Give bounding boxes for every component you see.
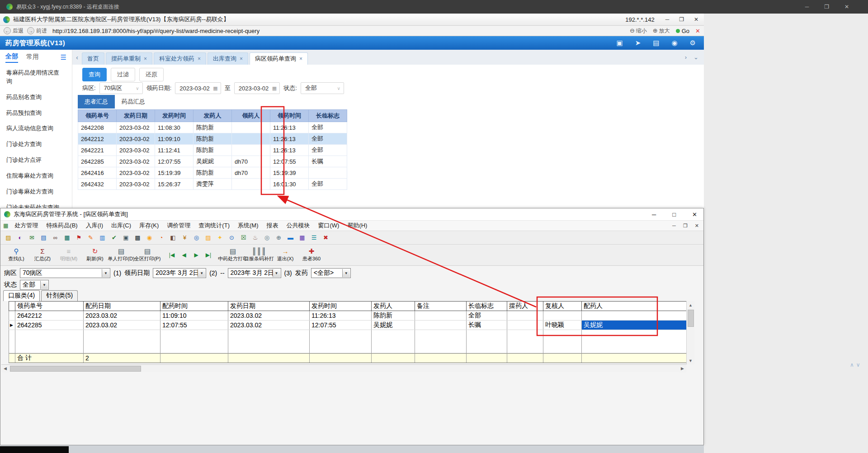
card-icon[interactable]: ▬: [285, 233, 296, 242]
grid-row[interactable]: 26422122023.03.0211:09:102023.03.0211:26…: [9, 311, 687, 321]
table-cell[interactable]: 2642212: [78, 133, 117, 145]
open-folder-icon[interactable]: ▨: [3, 233, 14, 242]
launch-icon[interactable]: ➤: [635, 39, 641, 47]
grid-cell[interactable]: 12:07:55: [160, 321, 228, 330]
table-cell[interactable]: 2642285: [78, 156, 117, 167]
table-row[interactable]: 26424322023-03-0215:26:37龚雯萍16:01:30全部: [78, 179, 347, 190]
table-cell[interactable]: 吴妮妮: [193, 156, 232, 167]
rdp-minimize-button[interactable]: ─: [805, 4, 809, 10]
table-row[interactable]: 26422212023-03-0211:12:41陈韵新11:26:13全部: [78, 145, 347, 156]
table-row[interactable]: 26424162023-03-0215:19:39陈韵新dh7015:19:39: [78, 167, 347, 179]
tab-close-icon[interactable]: ×: [198, 56, 201, 62]
refresh-button[interactable]: ↻刷新(R): [82, 245, 108, 265]
category-tab[interactable]: 口服类(4): [3, 290, 40, 301]
tab-scroll-right-icon[interactable]: ›: [685, 54, 687, 61]
report-icon[interactable]: ▥: [97, 233, 108, 242]
dropdown-icon[interactable]: ▼: [40, 281, 48, 289]
table-cell[interactable]: 2642208: [78, 122, 117, 133]
table-cell[interactable]: 15:19:39: [155, 167, 193, 179]
grid-cell[interactable]: 2023.03.02: [228, 311, 310, 321]
grid-cell[interactable]: 陈韵新: [372, 311, 415, 321]
page-tab[interactable]: 病区领药单查询×: [250, 52, 308, 65]
menu-item[interactable]: 调价管理: [163, 222, 194, 230]
rdp-restore-button[interactable]: ❐: [824, 4, 829, 10]
table-cell[interactable]: 陈韵新: [193, 145, 232, 156]
table-cell[interactable]: dh70: [232, 167, 270, 179]
sidebar-item[interactable]: 药品别名查询: [0, 90, 72, 105]
zoom-in-icon[interactable]: ⊕: [653, 27, 658, 34]
tab-close-icon[interactable]: ×: [299, 56, 302, 62]
tcm-print-button[interactable]: ▤中药处方打印: [220, 245, 246, 265]
grid-cell[interactable]: 2642212: [15, 311, 84, 321]
table-cell[interactable]: 龚雯萍: [193, 179, 232, 190]
table-row[interactable]: 26422082023-03-0211:08:30陈韵新11:26:13全部: [78, 122, 347, 133]
summary-button[interactable]: Σ汇总(Z): [29, 245, 56, 265]
table-cell[interactable]: 全部: [309, 145, 347, 156]
table-cell[interactable]: 12:07:55: [270, 156, 309, 167]
find-button[interactable]: ⚲查找(L): [3, 245, 29, 265]
dispense-combo[interactable]: <全部>▼: [311, 268, 351, 278]
vertical-scrollbar[interactable]: ▲ ▼: [686, 301, 694, 364]
exit-button[interactable]: →退出(X): [272, 245, 298, 265]
menu-item[interactable]: 系统(M): [234, 222, 263, 230]
table-cell[interactable]: 2642221: [78, 145, 117, 156]
menu-item[interactable]: 帮助(H): [343, 222, 371, 230]
go-button[interactable]: Go: [682, 28, 689, 34]
ledger-icon[interactable]: ▦: [62, 233, 72, 242]
table-cell[interactable]: 2023-03-02: [117, 133, 155, 145]
grid-cell[interactable]: 11:09:10: [160, 311, 228, 321]
search-icon[interactable]: ⊙: [226, 233, 237, 242]
child-restore-button[interactable]: ❐: [683, 223, 688, 229]
binoculars-icon[interactable]: ∞: [50, 233, 61, 242]
grid-icon[interactable]: ▩: [132, 233, 143, 242]
page-tab[interactable]: 首页: [82, 52, 104, 65]
table-cell[interactable]: 全部: [309, 133, 347, 145]
menu-icon[interactable]: ☰: [61, 53, 66, 61]
table-cell[interactable]: 2023-03-02: [117, 122, 155, 133]
child-close-button[interactable]: ✕: [695, 223, 699, 229]
zoom-out-label[interactable]: 缩小: [636, 28, 647, 34]
table-cell[interactable]: 2023-03-02: [117, 145, 155, 156]
sidebar-item[interactable]: 住院毒麻处方查询: [0, 168, 72, 184]
grid-cell[interactable]: 2023.03.02: [228, 321, 310, 330]
app-close-button[interactable]: ✕: [694, 16, 698, 23]
menu-item[interactable]: 入库(I): [82, 222, 107, 230]
grid-cell[interactable]: [507, 311, 543, 321]
menu-item[interactable]: 处方管理: [10, 222, 42, 230]
table-cell[interactable]: 2642432: [78, 179, 117, 190]
table-cell[interactable]: 16:01:30: [270, 179, 309, 190]
tab-menu-icon[interactable]: ⌄: [693, 54, 698, 61]
tab-close-icon[interactable]: ×: [240, 56, 243, 62]
scrollbar-thumb[interactable]: [10, 366, 141, 372]
grid-cell[interactable]: 11:26:13: [310, 311, 372, 321]
forward-label[interactable]: 前进: [36, 27, 47, 35]
table-cell[interactable]: 11:26:13: [270, 122, 309, 133]
grid-cell[interactable]: 12:07:55: [310, 321, 372, 330]
table-cell[interactable]: 15:19:39: [270, 167, 309, 179]
table-cell[interactable]: dh70: [232, 156, 270, 167]
horizontal-scrollbar[interactable]: ◀ ▶: [1, 364, 686, 372]
scrollbar-thumb[interactable]: [688, 310, 694, 327]
table-cell[interactable]: 陈韵新: [193, 167, 232, 179]
zoom-out-icon[interactable]: ⊖: [630, 27, 635, 34]
table-cell[interactable]: 11:08:30: [155, 122, 193, 133]
table-cell[interactable]: 11:12:41: [155, 145, 193, 156]
grid-cell[interactable]: 2642285: [15, 321, 84, 330]
patient360-button[interactable]: ✚患者360: [298, 245, 325, 265]
settings-icon[interactable]: ⚙: [690, 39, 696, 47]
mail-icon[interactable]: ✉: [27, 233, 37, 242]
back-icon[interactable]: ←: [4, 27, 11, 34]
forward-icon[interactable]: →: [27, 27, 34, 34]
first-record-button[interactable]: |◀: [167, 250, 177, 260]
table-cell[interactable]: 陈韵新: [193, 133, 232, 145]
dropdown-icon[interactable]: ▼: [342, 269, 350, 277]
query-button[interactable]: 查询: [82, 68, 107, 81]
grid-cell[interactable]: 吴妮妮: [582, 321, 687, 330]
date-to-input[interactable]: 2023-03-02▦: [234, 82, 280, 94]
bell-icon[interactable]: ◉: [144, 233, 155, 242]
table-cell[interactable]: 全部: [309, 122, 347, 133]
web-icon[interactable]: ◎: [262, 233, 272, 242]
cart-icon[interactable]: ◧: [168, 233, 178, 242]
exit-small-icon[interactable]: ✖: [321, 233, 331, 242]
sidebar-item[interactable]: 药品预扣查询: [0, 105, 72, 121]
